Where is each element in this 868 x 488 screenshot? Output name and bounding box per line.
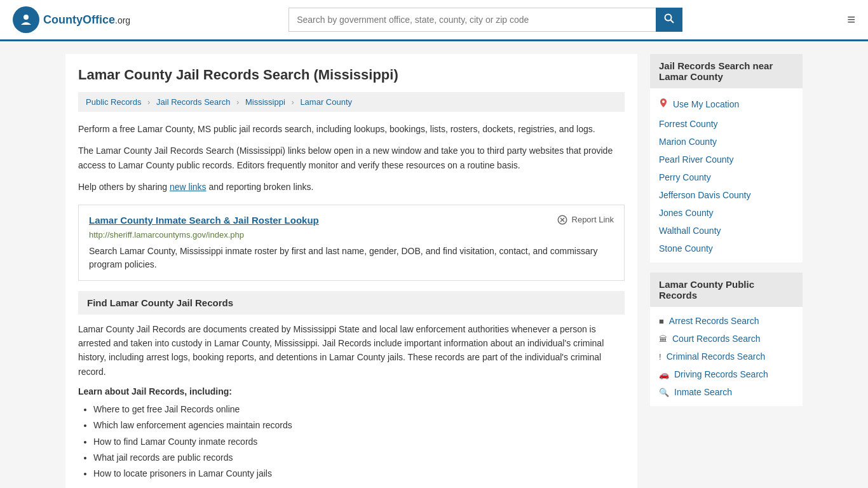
nearby-counties-list: Forrest CountyMarion CountyPearl River C… bbox=[650, 115, 803, 257]
find-section-text: Lamar County Jail Records are documents … bbox=[78, 322, 625, 379]
new-links-link[interactable]: new links bbox=[170, 182, 207, 192]
sidebar-public-record-link[interactable]: 🏛Court Records Search bbox=[650, 330, 803, 348]
find-section-title: Find Lamar County Jail Records bbox=[87, 297, 616, 308]
sidebar-link-label: Court Records Search bbox=[672, 334, 761, 344]
sidebar-jail-near-header: Jail Records Search near Lamar County bbox=[650, 54, 803, 88]
record-card-header: Lamar County Inmate Search & Jail Roster… bbox=[89, 214, 614, 226]
search-button[interactable] bbox=[656, 8, 682, 32]
sidebar-public-record-link[interactable]: 🔍Inmate Search bbox=[650, 383, 803, 401]
sidebar-public-record-link[interactable]: ■Arrest Records Search bbox=[650, 312, 803, 330]
breadcrumb-sep-1: › bbox=[147, 97, 150, 107]
sidebar-nearby-county[interactable]: Perry County bbox=[650, 168, 803, 186]
sidebar-nearby-county[interactable]: Stone County bbox=[650, 240, 803, 257]
desc-3: Help others by sharing new links and rep… bbox=[78, 180, 625, 194]
breadcrumb-sep-3: › bbox=[291, 97, 294, 107]
sidebar: Jail Records Search near Lamar County Us… bbox=[650, 54, 803, 488]
bullet-item: Which law enforcement agencies maintain … bbox=[93, 417, 625, 433]
breadcrumb-sep-2: › bbox=[236, 97, 239, 107]
sidebar-nearby-county[interactable]: Walthall County bbox=[650, 222, 803, 240]
record-url: http://sheriff.lamarcountyms.gov/index.p… bbox=[89, 230, 614, 240]
sidebar-jail-near-title: Jail Records Search near Lamar County bbox=[659, 60, 773, 82]
use-location-item[interactable]: Use My Location bbox=[650, 93, 803, 115]
site-header: CountyOffice.org ≡ bbox=[0, 0, 868, 41]
logo-text: CountyOffice.org bbox=[43, 13, 130, 27]
sidebar-link-icon: ! bbox=[659, 352, 661, 362]
use-location-label: Use My Location bbox=[673, 99, 739, 109]
record-title: Lamar County Inmate Search & Jail Roster… bbox=[89, 214, 319, 226]
sidebar-nearby-county[interactable]: Pearl River County bbox=[650, 151, 803, 168]
page-container: Lamar County Jail Records Search (Missis… bbox=[53, 41, 815, 488]
bullet-item: Where to get free Jail Records online bbox=[93, 402, 625, 417]
find-section-header: Find Lamar County Jail Records bbox=[78, 291, 625, 315]
sidebar-public-record-link[interactable]: 🚗Driving Records Search bbox=[650, 365, 803, 383]
sidebar-public-records-title: Lamar County Public Records bbox=[659, 279, 754, 301]
search-area bbox=[288, 8, 682, 32]
main-content: Lamar County Jail Records Search (Missis… bbox=[65, 54, 637, 488]
sidebar-public-record-links: ■Arrest Records Search🏛Court Records Sea… bbox=[650, 307, 803, 406]
desc-1: Perform a free Lamar County, MS public j… bbox=[78, 122, 625, 136]
bullet-item: What jail records are public records bbox=[93, 450, 625, 466]
record-title-link[interactable]: Lamar County Inmate Search & Jail Roster… bbox=[89, 215, 319, 226]
sidebar-jail-links: Use My Location Forrest CountyMarion Cou… bbox=[650, 88, 803, 262]
page-title: Lamar County Jail Records Search (Missis… bbox=[78, 67, 625, 83]
sidebar-link-label: Arrest Records Search bbox=[669, 316, 759, 326]
sidebar-public-record-link[interactable]: !Criminal Records Search bbox=[650, 348, 803, 365]
record-desc: Search Lamar County, Mississippi inmate … bbox=[89, 245, 614, 271]
sidebar-public-records: Lamar County Public Records ■Arrest Reco… bbox=[650, 273, 803, 406]
sidebar-link-icon: ■ bbox=[659, 316, 664, 326]
sidebar-nearby-county[interactable]: Jones County bbox=[650, 204, 803, 222]
logo-area: CountyOffice.org bbox=[13, 6, 130, 33]
breadcrumb: Public Records › Jail Records Search › M… bbox=[78, 92, 625, 112]
search-input[interactable] bbox=[288, 8, 656, 32]
learn-heading: Learn about Jail Records, including: bbox=[78, 386, 625, 396]
desc-2: The Lamar County Jail Records Search (Mi… bbox=[78, 144, 625, 172]
report-link-btn[interactable]: Report Link bbox=[557, 214, 614, 226]
sidebar-link-icon: 🚗 bbox=[659, 370, 669, 379]
desc-3-pre: Help others by sharing bbox=[78, 182, 170, 192]
breadcrumb-mississippi[interactable]: Mississippi bbox=[245, 97, 285, 107]
hamburger-button[interactable]: ≡ bbox=[847, 11, 855, 28]
sidebar-public-records-header: Lamar County Public Records bbox=[650, 273, 803, 307]
svg-line-3 bbox=[671, 20, 674, 24]
record-card: Lamar County Inmate Search & Jail Roster… bbox=[78, 205, 625, 281]
desc-3-post: and reporting broken links. bbox=[207, 182, 314, 192]
sidebar-link-label: Inmate Search bbox=[674, 387, 732, 397]
description-section: Perform a free Lamar County, MS public j… bbox=[78, 122, 625, 194]
sidebar-link-label: Driving Records Search bbox=[674, 369, 768, 379]
sidebar-nearby-county[interactable]: Marion County bbox=[650, 133, 803, 151]
bullet-item: How to find Lamar County inmate records bbox=[93, 434, 625, 450]
sidebar-link-icon: 🏛 bbox=[659, 334, 667, 344]
breadcrumb-jail-records[interactable]: Jail Records Search bbox=[156, 97, 230, 107]
svg-point-2 bbox=[665, 15, 672, 21]
breadcrumb-lamar-county[interactable]: Lamar County bbox=[300, 97, 352, 107]
svg-point-1 bbox=[24, 15, 29, 20]
sidebar-nearby-county[interactable]: Jefferson Davis County bbox=[650, 186, 803, 204]
breadcrumb-public-records[interactable]: Public Records bbox=[86, 97, 141, 107]
bullet-list: Where to get free Jail Records onlineWhi… bbox=[93, 402, 625, 482]
svg-point-7 bbox=[662, 100, 665, 103]
logo-icon bbox=[13, 6, 39, 33]
sidebar-nearby-county[interactable]: Forrest County bbox=[650, 115, 803, 133]
bullet-item: How to locate prisoners in Lamar County … bbox=[93, 466, 625, 482]
sidebar-link-label: Criminal Records Search bbox=[667, 351, 766, 362]
sidebar-link-icon: 🔍 bbox=[659, 388, 669, 397]
report-link-label: Report Link bbox=[572, 215, 614, 224]
sidebar-jail-near: Jail Records Search near Lamar County Us… bbox=[650, 54, 803, 262]
